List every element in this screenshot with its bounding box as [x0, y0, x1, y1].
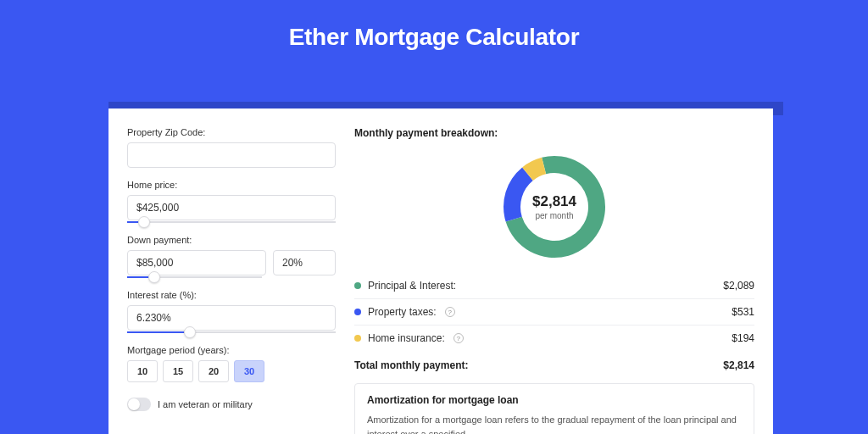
amortization-title: Amortization for mortgage loan: [367, 394, 742, 406]
interest-rate-slider[interactable]: [127, 331, 336, 333]
veteran-label: I am veteran or military: [158, 399, 253, 409]
home-price-slider[interactable]: [127, 221, 336, 223]
legend-value: $194: [732, 332, 754, 344]
interest-rate-label: Interest rate (%):: [127, 290, 336, 300]
legend-label: Property taxes:: [368, 306, 437, 318]
legend-dot: [354, 282, 361, 289]
home-price-group: Home price:: [127, 180, 336, 223]
slider-thumb[interactable]: [138, 216, 150, 228]
period-button-15[interactable]: 15: [163, 360, 193, 382]
period-buttons: 10152030: [127, 360, 336, 382]
period-button-30[interactable]: 30: [234, 360, 264, 382]
donut-sub-label: per month: [532, 211, 576, 220]
down-payment-slider[interactable]: [127, 276, 262, 278]
interest-rate-group: Interest rate (%):: [127, 290, 336, 333]
down-payment-group: Down payment:: [127, 235, 336, 278]
donut-center: $2,814 per month: [532, 193, 576, 220]
slider-thumb[interactable]: [184, 326, 196, 338]
info-icon[interactable]: ?: [445, 307, 455, 317]
home-price-label: Home price:: [127, 180, 336, 190]
info-icon[interactable]: ?: [453, 333, 464, 343]
toggle-knob: [128, 398, 140, 410]
total-value: $2,814: [723, 359, 754, 371]
amortization-text: Amortization for a mortgage loan refers …: [367, 413, 742, 434]
veteran-toggle-row: I am veteran or military: [127, 398, 336, 411]
breakdown-column: Monthly payment breakdown: $2,814 per mo…: [354, 127, 754, 434]
mortgage-period-group: Mortgage period (years): 10152030: [127, 345, 336, 382]
period-button-20[interactable]: 20: [198, 360, 229, 382]
legend-value: $531: [732, 306, 754, 318]
slider-thumb[interactable]: [148, 271, 160, 283]
legend-label: Home insurance:: [368, 332, 445, 344]
down-payment-amount-input[interactable]: [127, 250, 266, 275]
calculator-card: Property Zip Code: Home price: Down paym…: [108, 108, 773, 434]
inputs-column: Property Zip Code: Home price: Down paym…: [127, 127, 336, 434]
amortization-box: Amortization for mortgage loan Amortizat…: [354, 383, 754, 434]
donut-chart: $2,814 per month: [500, 153, 609, 261]
donut-chart-wrap: $2,814 per month: [354, 149, 754, 273]
legend-label: Principal & Interest:: [368, 280, 456, 292]
down-payment-label: Down payment:: [127, 235, 336, 245]
total-label: Total monthly payment:: [354, 359, 468, 371]
legend-value: $2,089: [723, 280, 754, 292]
zip-label: Property Zip Code:: [127, 127, 336, 137]
breakdown-title: Monthly payment breakdown:: [354, 127, 754, 139]
interest-rate-input[interactable]: [127, 305, 336, 331]
period-button-10[interactable]: 10: [127, 360, 158, 382]
page-title: Ether Mortgage Calculator: [0, 0, 868, 68]
legend-dot: [354, 335, 361, 342]
veteran-toggle[interactable]: [127, 398, 151, 411]
donut-amount: $2,814: [532, 193, 576, 210]
zip-input[interactable]: [127, 142, 336, 168]
mortgage-period-label: Mortgage period (years):: [127, 345, 336, 355]
donut-slice: [504, 167, 533, 221]
breakdown-legend: Principal & Interest:$2,089Property taxe…: [354, 273, 754, 351]
down-payment-percent-input[interactable]: [273, 250, 336, 275]
zip-field-group: Property Zip Code:: [127, 127, 336, 168]
legend-row: Property taxes:?$531: [354, 299, 754, 326]
legend-row: Principal & Interest:$2,089: [354, 273, 754, 299]
legend-row: Home insurance:?$194: [354, 326, 754, 351]
legend-dot: [354, 309, 361, 315]
total-row: Total monthly payment: $2,814: [354, 351, 754, 383]
home-price-input[interactable]: [127, 195, 336, 220]
